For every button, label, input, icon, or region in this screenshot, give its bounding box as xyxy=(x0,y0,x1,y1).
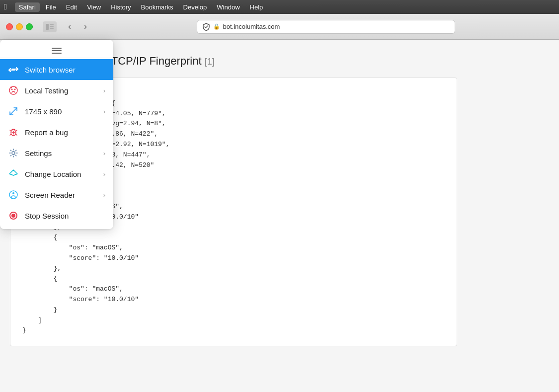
svg-line-14 xyxy=(10,134,11,135)
title-badge: [1] xyxy=(205,57,215,67)
menu-item-local-testing[interactable]: Local Testing › xyxy=(0,80,113,101)
svg-rect-0 xyxy=(46,24,49,30)
stop-session-label: Stop Session xyxy=(25,212,105,220)
local-testing-label: Local Testing xyxy=(25,86,97,95)
menu-edit[interactable]: Edit xyxy=(62,2,81,12)
menu-help[interactable]: Help xyxy=(246,2,267,12)
menu-item-stop-session[interactable]: Stop Session xyxy=(0,205,113,226)
svg-rect-2 xyxy=(50,26,54,27)
menu-view[interactable]: View xyxy=(83,2,105,12)
svg-point-5 xyxy=(11,89,13,90)
svg-point-20 xyxy=(11,214,15,218)
shield-icon xyxy=(202,23,210,31)
svg-line-13 xyxy=(16,130,17,131)
maximize-button[interactable] xyxy=(26,23,33,30)
menu-file[interactable]: File xyxy=(42,2,60,12)
report-bug-icon xyxy=(8,127,19,138)
stop-session-icon xyxy=(8,210,19,221)
svg-line-12 xyxy=(10,130,11,131)
svg-point-16 xyxy=(12,152,15,155)
svg-rect-3 xyxy=(50,28,54,29)
menu-develop[interactable]: Develop xyxy=(179,2,211,12)
main-content: zardaxt.py - Passive TCP/IP Fingerprint … xyxy=(0,40,559,392)
menu-window[interactable]: Window xyxy=(213,2,243,12)
menu-header xyxy=(0,43,113,58)
screen-reader-chevron: › xyxy=(103,191,105,199)
svg-point-6 xyxy=(14,89,16,90)
svg-point-17 xyxy=(9,191,17,199)
hamburger-line-3 xyxy=(52,53,62,54)
traffic-lights xyxy=(6,23,33,30)
address-bar[interactable]: 🔒 bot.incolumitas.com xyxy=(197,20,455,34)
svg-point-18 xyxy=(12,192,14,194)
switch-browser-label: Switch browser xyxy=(25,66,105,74)
screen-reader-label: Screen Reader xyxy=(25,191,97,199)
menu-history[interactable]: History xyxy=(107,2,135,12)
url-display: bot.incolumitas.com xyxy=(223,23,280,30)
settings-label: Settings xyxy=(25,149,97,157)
svg-point-4 xyxy=(9,86,17,94)
browser-chrome: ‹ › 🔒 bot.incolumitas.com xyxy=(0,14,559,40)
menu-item-report-bug[interactable]: Report a bug xyxy=(0,122,113,143)
resolution-chevron: › xyxy=(103,108,105,115)
sidebar-toggle-button[interactable] xyxy=(43,21,57,32)
dropdown-menu: Switch browser Local Testing › xyxy=(0,40,113,229)
hamburger-menu-icon[interactable] xyxy=(52,48,62,54)
screen-reader-icon xyxy=(8,189,19,200)
svg-line-15 xyxy=(16,134,17,135)
apple-menu[interactable]:  xyxy=(4,2,7,11)
menu-bar-items: Safari File Edit View History Bookmarks … xyxy=(15,2,267,12)
menu-item-change-location[interactable]: Change Location › xyxy=(0,163,113,184)
hamburger-line-1 xyxy=(52,48,62,49)
menu-bookmarks[interactable]: Bookmarks xyxy=(137,2,177,12)
settings-chevron: › xyxy=(103,150,105,157)
menu-item-settings[interactable]: Settings › xyxy=(0,143,113,163)
local-testing-chevron: › xyxy=(103,87,105,94)
menu-item-switch-browser[interactable]: Switch browser xyxy=(0,59,113,80)
nav-buttons: ‹ › xyxy=(63,20,92,34)
forward-button[interactable]: › xyxy=(79,20,92,34)
settings-icon xyxy=(8,148,19,158)
address-bar-container: 🔒 bot.incolumitas.com xyxy=(98,20,553,34)
minimize-button[interactable] xyxy=(16,23,23,30)
menu-item-screen-reader[interactable]: Screen Reader › xyxy=(0,184,113,205)
hamburger-line-2 xyxy=(52,50,62,51)
report-bug-label: Report a bug xyxy=(25,128,105,137)
back-button[interactable]: ‹ xyxy=(63,20,77,34)
switch-browser-icon xyxy=(8,64,19,75)
change-location-icon xyxy=(8,168,19,179)
lock-icon: 🔒 xyxy=(213,23,220,30)
change-location-label: Change Location xyxy=(25,170,97,178)
close-button[interactable] xyxy=(6,23,13,30)
svg-rect-1 xyxy=(50,24,54,25)
menu-safari[interactable]: Safari xyxy=(15,2,40,12)
menu-item-resolution[interactable]: 1745 x 890 › xyxy=(0,101,113,122)
resolution-icon xyxy=(8,106,19,117)
menu-bar:  Safari File Edit View History Bookmark… xyxy=(0,0,559,14)
local-testing-icon xyxy=(8,85,19,96)
change-location-chevron: › xyxy=(103,170,105,178)
resolution-label: 1745 x 890 xyxy=(25,107,97,116)
